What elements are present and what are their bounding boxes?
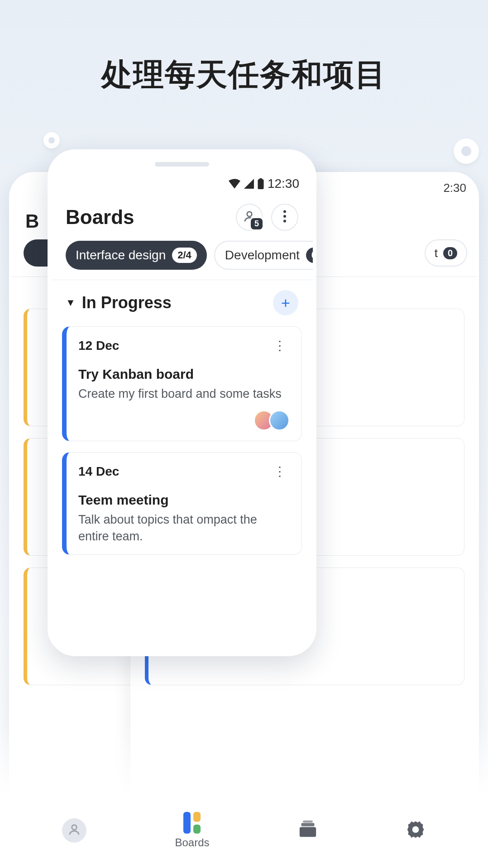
task-description: Talk about topics that ompact the entire…: [78, 511, 290, 544]
svg-point-5: [283, 219, 286, 222]
svg-rect-0: [258, 179, 263, 189]
app-header: Boards 5: [51, 191, 313, 239]
svg-point-6: [72, 825, 77, 830]
add-task-button[interactable]: +: [273, 290, 298, 315]
task-menu-button[interactable]: ⋮: [270, 463, 290, 481]
tab-boards[interactable]: Boards: [175, 812, 209, 849]
tab-label: Boards: [175, 836, 209, 849]
decorative-dot: [43, 132, 60, 148]
plus-icon: +: [281, 294, 290, 312]
promo-headline: 处理每天任务和项目: [0, 54, 488, 95]
task-title: Try Kanban board: [78, 367, 290, 382]
svg-rect-7: [299, 827, 316, 837]
task-card[interactable]: 14 Dec ⋮ Teem meeting Talk about topics …: [62, 452, 302, 555]
cell-signal-icon: [244, 179, 254, 189]
overflow-menu-button[interactable]: [271, 204, 298, 231]
chip-label: Development: [225, 248, 300, 262]
board-filter-chips: Interface design 2/4 Development 0: [51, 239, 313, 280]
status-bar: 12:30: [51, 176, 313, 191]
section-header: ▼ In Progress +: [51, 280, 313, 324]
task-date: 12 Dec: [78, 339, 119, 353]
chip-count: 2/4: [172, 248, 197, 263]
battery-icon: [258, 178, 264, 189]
section-title: In Progress: [82, 293, 172, 312]
svg-rect-1: [259, 178, 263, 180]
task-date: 14 Dec: [78, 464, 119, 479]
chip-count: 0: [306, 248, 316, 263]
avatar: [269, 410, 290, 431]
wifi-icon: [229, 179, 240, 189]
phone-frame: 12:30 Boards 5 In: [48, 149, 316, 656]
filter-chip-development[interactable]: Development 0: [214, 241, 316, 270]
task-menu-button[interactable]: ⋮: [270, 337, 290, 355]
more-vertical-icon: ⋮: [273, 464, 286, 478]
gear-icon: [406, 833, 426, 841]
members-button[interactable]: 5: [236, 204, 263, 231]
tab-profile[interactable]: [62, 818, 86, 843]
svg-point-3: [283, 210, 286, 213]
task-description: Create my first board and some tasks: [78, 386, 290, 402]
background-status-time: 2:30: [443, 181, 466, 195]
task-title: Teem meeting: [78, 492, 290, 508]
user-icon: [67, 823, 81, 838]
chip-label: Interface design: [76, 248, 166, 262]
svg-rect-9: [303, 820, 313, 823]
boards-icon: [183, 812, 201, 834]
page-title: Boards: [66, 206, 134, 229]
background-chip-count: 0: [443, 247, 457, 259]
archive-icon: [298, 832, 318, 840]
svg-point-2: [247, 212, 252, 217]
status-time: 12:30: [268, 176, 299, 191]
members-count-badge: 5: [249, 217, 264, 231]
bottom-tab-bar: Boards: [0, 796, 488, 868]
section-toggle[interactable]: ▼ In Progress: [66, 293, 172, 312]
more-vertical-icon: [283, 210, 287, 224]
svg-rect-8: [301, 823, 314, 826]
decorative-dot: [454, 138, 479, 164]
task-card[interactable]: 12 Dec ⋮ Try Kanban board Create my firs…: [62, 326, 302, 441]
background-chip-fragment: t: [435, 246, 438, 260]
filter-chip-interface-design[interactable]: Interface design 2/4: [66, 241, 207, 270]
svg-point-10: [412, 826, 419, 833]
caret-down-icon: ▼: [66, 297, 76, 309]
tab-archive[interactable]: [298, 820, 318, 840]
tab-settings[interactable]: [406, 820, 426, 841]
more-vertical-icon: ⋮: [273, 339, 286, 353]
phone-notch: [155, 162, 209, 167]
svg-point-4: [283, 215, 286, 218]
content-fade: [51, 612, 313, 653]
task-assignees: [78, 410, 290, 431]
card-list: 12 Dec ⋮ Try Kanban board Create my firs…: [51, 324, 313, 555]
